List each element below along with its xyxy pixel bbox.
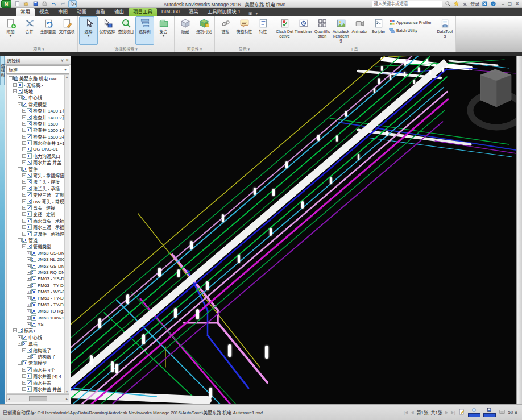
expand-icon[interactable]: +: [22, 115, 26, 119]
tree-mode-dropdown[interactable]: 标准 ▼: [6, 65, 69, 74]
tree-row[interactable]: +雨水井圈 [4] 4: [7, 373, 69, 379]
ribbon-button-sets[interactable]: 集合▾: [154, 16, 173, 45]
tab-6[interactable]: 输出: [110, 8, 129, 16]
expand-icon[interactable]: +: [22, 109, 26, 113]
search-input[interactable]: [372, 1, 442, 7]
tree-row[interactable]: −美墅东路 机电.nwc: [7, 75, 69, 81]
expand-icon[interactable]: +: [22, 219, 26, 223]
tree-row[interactable]: +PM63 - TY-DN800: [7, 295, 69, 301]
expand-icon[interactable]: +: [22, 186, 26, 190]
tree-row[interactable]: +PM63 - WS-DN500: [7, 289, 69, 295]
previous-sheet-icon[interactable]: ◀: [411, 410, 413, 415]
tree-row[interactable]: +HW 弯头 - 常规: [7, 198, 69, 204]
qat-print-icon[interactable]: [41, 1, 48, 7]
tree-row[interactable]: +结构墩子: [7, 354, 69, 360]
qat-undo-icon[interactable]: [50, 1, 57, 7]
ribbon-display-options[interactable]: ▣ ▾: [248, 11, 259, 16]
tree-row[interactable]: +雨水检查井 1+1型: [7, 140, 69, 146]
tab-4[interactable]: 动画: [72, 8, 91, 16]
tree-row[interactable]: +电力沟通风口: [7, 153, 69, 159]
viewcube-ring-tab-west[interactable]: [467, 108, 473, 113]
tree-row[interactable]: −结构墩子: [7, 347, 69, 353]
expand-icon[interactable]: +: [27, 284, 31, 288]
ribbon-button-reset-all[interactable]: 全部重置: [39, 16, 57, 45]
restore-button[interactable]: ▢: [508, 1, 512, 6]
viewport-scrollbar[interactable]: [516, 56, 522, 404]
selection-tree-dock-tab[interactable]: 选择树: [0, 56, 5, 85]
help-icon[interactable]: ?: [490, 1, 496, 7]
tree-row[interactable]: +法兰头 - 承插: [7, 185, 69, 192]
ribbon-button-hide[interactable]: 隐藏: [176, 16, 194, 45]
collapse-icon[interactable]: −: [22, 348, 26, 352]
ribbon-button-timeliner[interactable]: TimeLiner: [294, 16, 313, 45]
viewcube-ring-tab-south[interactable]: [494, 124, 499, 128]
expand-icon[interactable]: +: [27, 309, 31, 313]
tab-8[interactable]: BIM 360: [157, 8, 184, 16]
expand-icon[interactable]: +: [22, 212, 26, 216]
expand-icon[interactable]: +: [27, 277, 31, 281]
tree-row[interactable]: +雨水井 4个: [7, 367, 69, 373]
expand-icon[interactable]: +: [22, 173, 26, 177]
tree-row[interactable]: +<无标高>: [7, 81, 69, 88]
star-icon[interactable]: [453, 1, 459, 7]
collapse-icon[interactable]: −: [18, 102, 22, 106]
expand-icon[interactable]: +: [27, 251, 31, 255]
tree-row[interactable]: +检查井 1500 1孔: [7, 127, 69, 133]
expand-icon[interactable]: +: [27, 303, 31, 307]
expand-icon[interactable]: +: [22, 193, 26, 197]
tree-row[interactable]: +变径 - 定制: [7, 211, 69, 217]
tree-row[interactable]: +弯头 - 承插焊接件: [7, 172, 69, 178]
expand-icon[interactable]: +: [27, 264, 31, 268]
download-icon[interactable]: [462, 1, 468, 7]
expand-icon[interactable]: +: [27, 296, 31, 300]
expand-icon[interactable]: +: [22, 225, 26, 229]
tree-row[interactable]: +JM63 10kV-10k: [7, 314, 69, 321]
expand-icon[interactable]: +: [27, 271, 31, 275]
first-sheet-icon[interactable]: |◀: [404, 410, 408, 415]
expand-icon[interactable]: +: [22, 141, 26, 145]
ribbon-button-merge[interactable]: 合并: [20, 16, 39, 45]
tree-row[interactable]: +检查井 1500: [7, 120, 69, 127]
expand-icon[interactable]: +: [22, 160, 26, 164]
tree-row[interactable]: +JM63 NL-200kv: [7, 256, 69, 263]
tab-2[interactable]: 视点: [35, 8, 53, 16]
collapse-icon[interactable]: −: [13, 89, 17, 93]
tree-row[interactable]: +过渡件 - 承插焊接件: [7, 230, 69, 236]
expand-icon[interactable]: +: [22, 135, 26, 139]
ribbon-button-appearance-profiler[interactable]: Appearance Profiler: [389, 19, 432, 26]
ribbon-button-append[interactable]: 附加▾: [1, 16, 20, 45]
expand-icon[interactable]: +: [22, 387, 26, 391]
sign-in-label[interactable]: 登录: [470, 1, 479, 7]
expand-icon[interactable]: +: [27, 316, 31, 320]
ribbon-button-links[interactable]: 链接: [216, 16, 235, 45]
expand-icon[interactable]: +: [22, 374, 26, 378]
expand-icon[interactable]: +: [27, 322, 31, 326]
ribbon-button-autodesk-rendering[interactable]: Autodesk Rendering: [332, 16, 350, 45]
collapse-icon[interactable]: −: [9, 76, 13, 80]
tree-row[interactable]: +污水井盖: [7, 392, 69, 394]
expand-icon[interactable]: +: [22, 381, 26, 385]
expand-icon[interactable]: +: [22, 128, 26, 132]
ribbon-button-quick-properties[interactable]: 快捷特性: [235, 16, 254, 45]
tab-10[interactable]: 工具附加模块 1: [203, 8, 245, 16]
qat-save-file-icon[interactable]: [32, 1, 39, 7]
qat-redo-icon[interactable]: [59, 1, 67, 7]
tree-row[interactable]: +中心线: [7, 334, 69, 340]
pin-icon[interactable]: ⚲: [61, 58, 64, 63]
tree-row[interactable]: +PM63 - TY-DN520: [7, 302, 69, 308]
expand-icon[interactable]: +: [22, 147, 26, 151]
collapse-icon[interactable]: −: [18, 361, 22, 365]
collapse-icon[interactable]: −: [22, 244, 26, 248]
tree-row[interactable]: +检查井 1400 2孔: [7, 114, 69, 120]
collapse-icon[interactable]: −: [18, 238, 22, 242]
tab-1[interactable]: 常用: [16, 8, 35, 16]
tree-row[interactable]: +变径三通 - 定制: [7, 192, 69, 198]
ribbon-button-file-options[interactable]: 文件选项: [57, 16, 76, 45]
expand-icon[interactable]: +: [22, 154, 26, 158]
close-button[interactable]: ✕: [515, 1, 519, 6]
scroll-left-icon[interactable]: ◂: [8, 397, 10, 401]
scroll-right-icon[interactable]: ▸: [66, 397, 68, 401]
expand-icon[interactable]: +: [27, 290, 31, 294]
tree-row[interactable]: +雨水三通 - 承插焊接: [7, 224, 69, 230]
ribbon-button-clash-detective[interactable]: Clash Detective: [275, 16, 294, 45]
